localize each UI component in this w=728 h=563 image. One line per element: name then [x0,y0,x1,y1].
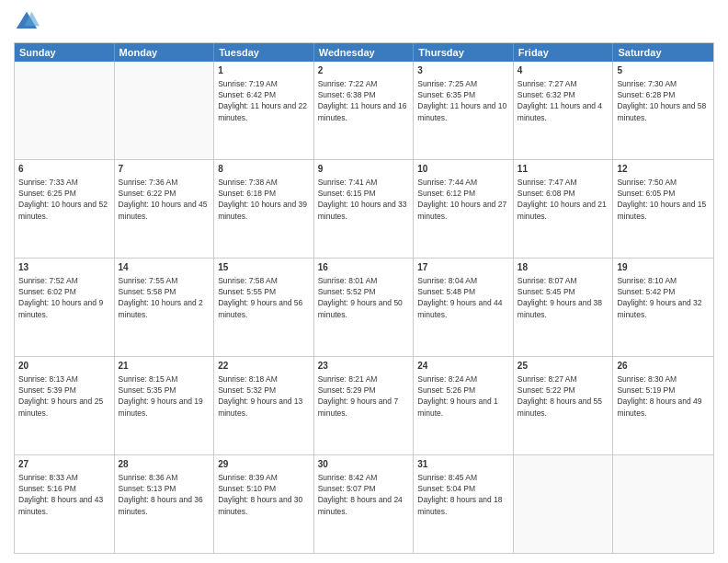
sun-info: Sunrise: 7:33 AM Sunset: 6:25 PM Dayligh… [18,178,108,221]
week-row-0: 1Sunrise: 7:19 AM Sunset: 6:42 PM Daylig… [15,62,713,160]
day-number: 4 [518,64,609,77]
cal-cell: 18Sunrise: 8:07 AM Sunset: 5:45 PM Dayli… [514,259,614,356]
cal-cell: 6Sunrise: 7:33 AM Sunset: 6:25 PM Daylig… [15,160,115,258]
cal-cell: 8Sunrise: 7:38 AM Sunset: 6:18 PM Daylig… [214,160,314,258]
cal-cell: 24Sunrise: 8:24 AM Sunset: 5:26 PM Dayli… [414,357,514,454]
cal-cell: 2Sunrise: 7:22 AM Sunset: 6:38 PM Daylig… [314,62,415,159]
day-number: 7 [119,163,210,176]
day-header-saturday: Saturday [613,43,713,62]
day-number: 28 [119,458,210,471]
sun-info: Sunrise: 8:07 AM Sunset: 5:45 PM Dayligh… [518,276,602,319]
cal-cell: 10Sunrise: 7:44 AM Sunset: 6:12 PM Dayli… [414,160,514,258]
sun-info: Sunrise: 8:15 AM Sunset: 5:35 PM Dayligh… [119,374,203,418]
sun-info: Sunrise: 8:21 AM Sunset: 5:29 PM Dayligh… [318,374,398,418]
day-header-monday: Monday [115,43,215,62]
cal-cell: 13Sunrise: 7:52 AM Sunset: 6:02 PM Dayli… [15,259,115,356]
cal-cell: 21Sunrise: 8:15 AM Sunset: 5:35 PM Dayli… [115,357,215,454]
day-header-tuesday: Tuesday [214,43,314,62]
page: SundayMondayTuesdayWednesdayThursdayFrid… [0,0,728,563]
sun-info: Sunrise: 7:44 AM Sunset: 6:12 PM Dayligh… [417,178,506,221]
cal-cell: 29Sunrise: 8:39 AM Sunset: 5:10 PM Dayli… [214,455,314,553]
cal-cell: 1Sunrise: 7:19 AM Sunset: 6:42 PM Daylig… [214,62,314,159]
logo [14,9,41,35]
sun-info: Sunrise: 7:19 AM Sunset: 6:42 PM Dayligh… [218,79,307,122]
header [14,9,714,35]
day-number: 30 [318,458,410,471]
sun-info: Sunrise: 7:52 AM Sunset: 6:02 PM Dayligh… [18,276,103,319]
sun-info: Sunrise: 7:38 AM Sunset: 6:18 PM Dayligh… [218,178,307,221]
cal-cell [613,455,713,553]
cal-cell: 22Sunrise: 8:18 AM Sunset: 5:32 PM Dayli… [214,357,314,454]
sun-info: Sunrise: 8:18 AM Sunset: 5:32 PM Dayligh… [218,374,302,418]
logo-icon [14,9,40,35]
day-number: 12 [617,163,710,176]
cal-cell: 12Sunrise: 7:50 AM Sunset: 6:05 PM Dayli… [613,160,713,258]
sun-info: Sunrise: 7:41 AM Sunset: 6:15 PM Dayligh… [318,178,407,221]
day-number: 29 [218,458,310,471]
cal-cell: 4Sunrise: 7:27 AM Sunset: 6:32 PM Daylig… [514,62,614,159]
sun-info: Sunrise: 8:36 AM Sunset: 5:13 PM Dayligh… [119,473,203,516]
cal-cell: 3Sunrise: 7:25 AM Sunset: 6:35 PM Daylig… [414,62,514,159]
cal-cell: 19Sunrise: 8:10 AM Sunset: 5:42 PM Dayli… [613,259,713,356]
day-number: 2 [318,64,410,77]
calendar-header: SundayMondayTuesdayWednesdayThursdayFrid… [15,43,713,62]
day-number: 5 [617,64,710,77]
cal-cell: 15Sunrise: 7:58 AM Sunset: 5:55 PM Dayli… [214,259,314,356]
day-number: 6 [18,163,110,176]
day-number: 22 [218,360,310,373]
week-row-4: 27Sunrise: 8:33 AM Sunset: 5:16 PM Dayli… [15,455,713,553]
sun-info: Sunrise: 7:25 AM Sunset: 6:35 PM Dayligh… [417,79,506,122]
sun-info: Sunrise: 8:24 AM Sunset: 5:26 PM Dayligh… [417,374,497,418]
cal-cell: 30Sunrise: 8:42 AM Sunset: 5:07 PM Dayli… [314,455,415,553]
day-number: 25 [518,360,609,373]
cal-cell: 9Sunrise: 7:41 AM Sunset: 6:15 PM Daylig… [314,160,415,258]
sun-info: Sunrise: 8:10 AM Sunset: 5:42 PM Dayligh… [617,276,701,319]
sun-info: Sunrise: 7:27 AM Sunset: 6:32 PM Dayligh… [518,79,602,122]
sun-info: Sunrise: 7:50 AM Sunset: 6:05 PM Dayligh… [617,178,706,221]
day-number: 3 [417,64,509,77]
day-number: 13 [18,261,110,274]
cal-cell: 28Sunrise: 8:36 AM Sunset: 5:13 PM Dayli… [115,455,215,553]
calendar: SundayMondayTuesdayWednesdayThursdayFrid… [14,42,714,554]
day-number: 1 [218,64,310,77]
day-number: 19 [617,261,710,274]
sun-info: Sunrise: 7:30 AM Sunset: 6:28 PM Dayligh… [617,79,706,122]
sun-info: Sunrise: 8:30 AM Sunset: 5:19 PM Dayligh… [617,374,701,418]
cal-cell: 5Sunrise: 7:30 AM Sunset: 6:28 PM Daylig… [613,62,713,159]
day-number: 15 [218,261,310,274]
sun-info: Sunrise: 8:27 AM Sunset: 5:22 PM Dayligh… [518,374,602,418]
day-number: 18 [518,261,609,274]
sun-info: Sunrise: 8:01 AM Sunset: 5:52 PM Dayligh… [318,276,403,319]
cal-cell [15,62,115,159]
day-number: 16 [318,261,410,274]
week-row-3: 20Sunrise: 8:13 AM Sunset: 5:39 PM Dayli… [15,357,713,455]
cal-cell: 11Sunrise: 7:47 AM Sunset: 6:08 PM Dayli… [514,160,614,258]
cal-cell: 14Sunrise: 7:55 AM Sunset: 5:58 PM Dayli… [115,259,215,356]
sun-info: Sunrise: 7:55 AM Sunset: 5:58 PM Dayligh… [119,276,203,319]
cal-cell: 26Sunrise: 8:30 AM Sunset: 5:19 PM Dayli… [613,357,713,454]
day-number: 23 [318,360,410,373]
week-row-2: 13Sunrise: 7:52 AM Sunset: 6:02 PM Dayli… [15,259,713,357]
day-header-sunday: Sunday [15,43,115,62]
day-header-wednesday: Wednesday [314,43,415,62]
sun-info: Sunrise: 8:45 AM Sunset: 5:04 PM Dayligh… [417,473,502,516]
cal-cell: 27Sunrise: 8:33 AM Sunset: 5:16 PM Dayli… [15,455,115,553]
day-number: 21 [119,360,210,373]
sun-info: Sunrise: 8:42 AM Sunset: 5:07 PM Dayligh… [318,473,403,516]
cal-cell: 16Sunrise: 8:01 AM Sunset: 5:52 PM Dayli… [314,259,415,356]
sun-info: Sunrise: 8:33 AM Sunset: 5:16 PM Dayligh… [18,473,103,516]
day-number: 26 [617,360,710,373]
day-number: 17 [417,261,509,274]
day-number: 31 [417,458,509,471]
week-row-1: 6Sunrise: 7:33 AM Sunset: 6:25 PM Daylig… [15,160,713,259]
cal-cell: 25Sunrise: 8:27 AM Sunset: 5:22 PM Dayli… [514,357,614,454]
day-number: 9 [318,163,410,176]
sun-info: Sunrise: 7:58 AM Sunset: 5:55 PM Dayligh… [218,276,302,319]
day-number: 27 [18,458,110,471]
sun-info: Sunrise: 7:22 AM Sunset: 6:38 PM Dayligh… [318,79,407,122]
day-number: 10 [417,163,509,176]
cal-cell: 31Sunrise: 8:45 AM Sunset: 5:04 PM Dayli… [414,455,514,553]
day-number: 11 [518,163,609,176]
cal-cell [115,62,215,159]
day-number: 14 [119,261,210,274]
